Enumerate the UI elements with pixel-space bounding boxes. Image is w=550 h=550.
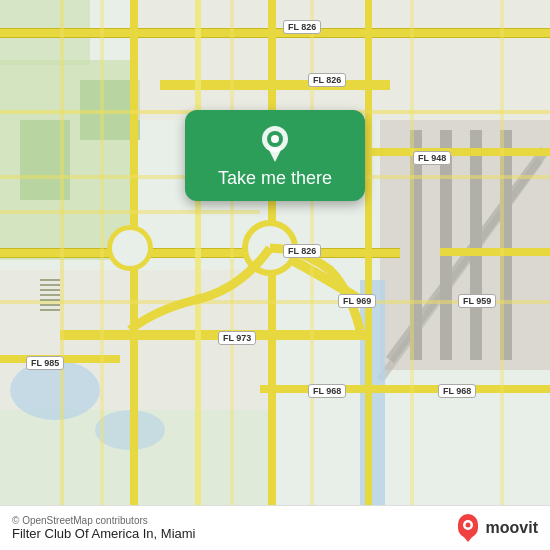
svg-rect-26 xyxy=(60,330,370,340)
road-label-fl826-lower: FL 826 xyxy=(283,244,321,258)
svg-rect-29 xyxy=(440,248,550,256)
road-label-fl826-mid: FL 826 xyxy=(308,73,346,87)
svg-point-47 xyxy=(112,230,148,266)
location-info: © OpenStreetMap contributors Filter Club… xyxy=(12,515,196,541)
svg-rect-15 xyxy=(360,280,385,510)
road-label-fl959: FL 959 xyxy=(458,294,496,308)
copyright-text: © OpenStreetMap contributors xyxy=(12,515,196,526)
svg-rect-31 xyxy=(195,0,201,510)
svg-rect-40 xyxy=(230,0,234,510)
svg-rect-36 xyxy=(0,210,260,214)
svg-rect-38 xyxy=(60,0,64,510)
road-label-fl968-right: FL 968 xyxy=(438,384,476,398)
svg-marker-58 xyxy=(268,148,282,162)
svg-rect-42 xyxy=(410,0,414,510)
svg-rect-5 xyxy=(130,0,550,120)
moovit-brand-text: moovit xyxy=(486,519,538,537)
road-label-fl968-left: FL 968 xyxy=(308,384,346,398)
road-label-fl826-top: FL 826 xyxy=(283,20,321,34)
map-svg xyxy=(0,0,550,510)
location-name: Filter Club Of America In, Miami xyxy=(12,526,196,541)
svg-rect-33 xyxy=(365,0,372,510)
svg-marker-61 xyxy=(463,536,473,542)
road-label-fl985: FL 985 xyxy=(26,356,64,370)
location-pin-icon xyxy=(255,122,295,162)
bottom-bar: © OpenStreetMap contributors Filter Club… xyxy=(0,505,550,550)
road-label-fl948: FL 948 xyxy=(413,151,451,165)
svg-rect-28 xyxy=(260,385,550,393)
take-me-there-label: Take me there xyxy=(218,168,332,189)
map-container: FL 826 FL 826 FL 826 FL 948 FL 969 FL 97… xyxy=(0,0,550,550)
road-label-fl969: FL 969 xyxy=(338,294,376,308)
moovit-logo: moovit xyxy=(454,514,538,542)
road-label-fl973: FL 973 xyxy=(218,331,256,345)
take-me-there-card[interactable]: Take me there xyxy=(185,110,365,201)
svg-rect-43 xyxy=(500,0,504,510)
svg-point-62 xyxy=(465,523,470,528)
moovit-pin-icon xyxy=(454,514,482,542)
svg-point-57 xyxy=(271,135,279,143)
svg-rect-39 xyxy=(100,0,104,510)
